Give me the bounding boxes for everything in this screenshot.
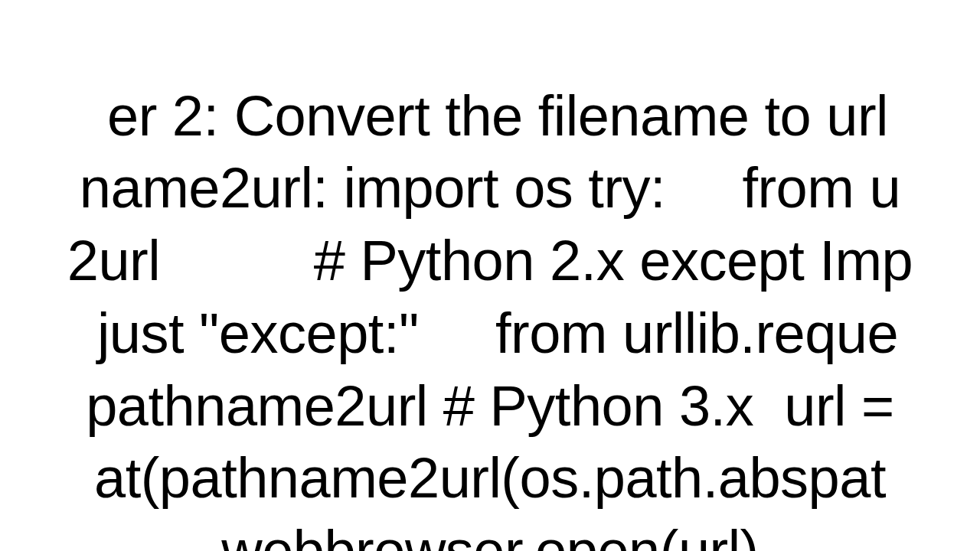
line-3: 2url # Python 2.x except Imp xyxy=(67,229,913,292)
line-5: pathname2url # Python 3.x url = xyxy=(86,374,894,438)
line-7: webbrowser.open(url) xyxy=(221,519,759,551)
code-snippet-text: er 2: Convert the filename to url name2u… xyxy=(0,0,980,551)
line-4: just "except:" from urllib.reque xyxy=(82,302,898,365)
line-2: name2url: import os try: from u xyxy=(80,156,900,220)
line-1: er 2: Convert the filename to url xyxy=(107,84,903,148)
line-6: at(pathname2url(os.path.abspat xyxy=(94,446,886,510)
